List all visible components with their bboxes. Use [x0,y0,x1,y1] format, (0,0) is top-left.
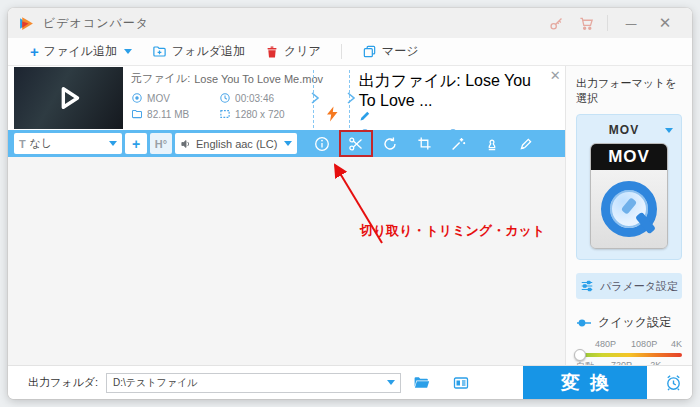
format-icon [131,92,143,104]
source-filename: Lose You To Love Me.mov [194,73,323,85]
resolution-icon [219,108,231,120]
play-icon[interactable] [14,67,123,129]
add-file-button[interactable]: + ファイル追加 [20,38,142,65]
folder-icon [131,108,143,120]
sliders-icon [580,279,594,293]
output-format-sidebar: 出力フォーマットを選択 MOV MOV パラメータ設定 クイック設定 [565,66,692,365]
chevron-right-icon [310,92,320,104]
video-thumbnail[interactable] [14,67,123,129]
conversion-connector [309,66,355,130]
convert-button[interactable]: 変換 [523,366,647,399]
chevron-down-icon[interactable] [387,380,395,385]
schedule-alarm-icon[interactable] [654,366,692,399]
source-file-info: 元ファイル: Lose You To Love Me.mov MOV [123,66,309,130]
chevron-right-icon [346,92,356,104]
effects-wand-button[interactable] [441,130,475,157]
clear-button[interactable]: クリア [255,38,331,65]
chevron-down-icon [665,128,673,133]
annotation-label: 切り取り・トリミング・カット [360,222,545,240]
browse-folder-button[interactable] [401,375,441,390]
quicktime-q-icon [601,181,657,237]
crop-button[interactable] [407,130,441,157]
speaker-icon [180,138,192,150]
lightning-bolt-icon [325,106,339,122]
parameter-settings-button[interactable]: パラメータ設定 [576,273,682,299]
source-label: 元ファイル: [131,71,190,86]
output-folder-input[interactable] [107,377,385,388]
edit-toolbar: T なし + H° English aac (LC) [8,130,565,157]
source-size: 82.11 MB [131,108,219,120]
clock-icon [219,92,231,104]
add-subtitle-button[interactable]: + [125,133,147,154]
source-format: MOV [131,92,219,104]
info-button[interactable] [305,130,339,157]
text-icon: T [19,138,26,150]
subtitle-edit-pen-button[interactable] [509,130,543,157]
remove-file-icon[interactable]: ✕ [545,66,565,130]
trash-icon [265,45,279,59]
quicktime-logo: MOV [590,143,668,249]
rotate-button[interactable] [373,130,407,157]
main-toolbar: + ファイル追加 フォルダ追加 クリア マージ [8,38,692,66]
window-title: ビデオコンバータ [43,15,149,32]
folder-plus-icon [152,44,167,59]
quick-settings-header: クイック設定 [576,314,682,331]
slider-track[interactable] [576,353,682,357]
content-area: 元ファイル: Lose You To Love Me.mov MOV [8,66,565,365]
output-file-info: 出力ファイル: Lose You To Love ... MOV [355,66,543,130]
store-cart-icon[interactable] [571,8,601,38]
file-row[interactable]: 元ファイル: Lose You To Love Me.mov MOV [8,66,565,130]
bottom-bar: 出力フォルダ: 変換 [8,365,692,399]
output-folder-label: 出力フォルダ: [28,375,98,390]
plus-icon: + [30,44,39,59]
format-select[interactable]: MOV [583,121,675,143]
watermark-stamp-button[interactable] [475,130,509,157]
titlebar: ビデオコンバータ ─ ✕ [8,8,692,38]
app-logo-icon [18,15,35,32]
output-folder-combobox[interactable] [106,373,401,393]
open-output-folder-button[interactable] [441,376,481,390]
merge-icon [362,44,377,59]
chevron-down-icon [109,141,117,146]
format-card: MOV MOV [576,114,682,260]
output-label: 出力ファイル: [359,72,461,89]
subtitle-select[interactable]: T なし [14,133,122,154]
close-button[interactable]: ✕ [648,8,682,38]
source-duration: 00:03:46 [219,92,309,104]
chevron-down-icon [284,141,292,146]
merge-button[interactable]: マージ [352,38,429,65]
minimize-button[interactable]: ─ [614,8,648,38]
slider-handle-icon [576,318,592,328]
register-key-icon[interactable] [541,8,571,38]
format-section-label: 出力フォーマットを選択 [576,76,682,106]
chevron-down-icon[interactable] [124,49,132,54]
source-resolution: 1280 x 720 [219,108,309,120]
audio-track-select[interactable]: English aac (LC) [175,133,297,154]
app-window: ビデオコンバータ ─ ✕ + ファイル追加 [8,8,692,399]
cut-scissors-button[interactable] [339,130,373,157]
add-folder-button[interactable]: フォルダ追加 [142,38,255,65]
hardcode-subtitle-button[interactable]: H° [150,133,172,154]
rename-pencil-icon[interactable] [359,110,543,122]
